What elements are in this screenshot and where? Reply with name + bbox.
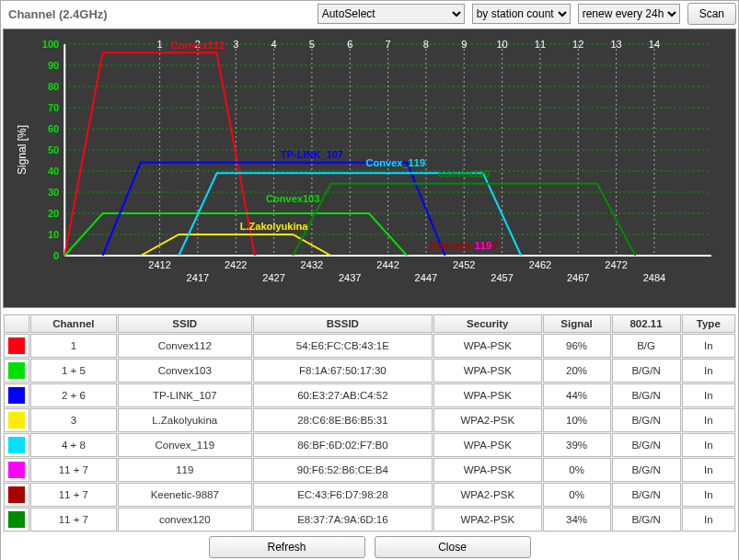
network-table: Channel SSID BSSID Security Signal 802.1…: [3, 314, 736, 532]
row-color: [4, 458, 29, 482]
cell-type: In: [682, 408, 735, 432]
channel-select[interactable]: AutoSelect: [318, 4, 465, 24]
svg-text:119: 119: [475, 240, 491, 251]
cell-std: B/G/N: [612, 359, 681, 383]
th-type: Type: [682, 314, 735, 333]
th-signal: Signal: [543, 314, 611, 333]
wifi-channel-dialog: Channel (2.4GHz) AutoSelect by station c…: [0, 0, 739, 560]
svg-text:2412: 2412: [148, 259, 171, 270]
svg-text:2472: 2472: [605, 259, 628, 270]
spectrum-chart-panel: 0102030405060708090100123456789101112131…: [3, 29, 736, 308]
cell-type: In: [682, 359, 735, 383]
svg-text:L.Zakolyukina: L.Zakolyukina: [240, 221, 308, 232]
panel-title: Channel (2.4GHz): [3, 6, 310, 23]
svg-text:12: 12: [572, 39, 583, 50]
svg-text:2457: 2457: [491, 272, 514, 283]
cell-bssid: 60:E3:27:AB:C4:52: [253, 383, 433, 407]
cell-security: WPA-PSK: [433, 383, 542, 407]
table-row[interactable]: 1 + 5Convex103F8:1A:67:50:17:30WPA-PSK20…: [4, 359, 735, 383]
cell-security: WPA-PSK: [433, 458, 542, 482]
svg-text:5: 5: [309, 39, 315, 50]
cell-channel: 2 + 6: [30, 383, 117, 407]
top-bar: Channel (2.4GHz) AutoSelect by station c…: [3, 3, 736, 25]
th-ssid: SSID: [118, 314, 252, 333]
svg-text:6: 6: [347, 39, 352, 50]
svg-text:40: 40: [48, 166, 59, 177]
svg-text:2432: 2432: [301, 259, 324, 270]
svg-text:30: 30: [48, 187, 59, 198]
th-bssid: BSSID: [253, 314, 433, 333]
svg-text:2437: 2437: [339, 272, 362, 283]
svg-text:60: 60: [48, 123, 59, 134]
network-table-wrap: Channel SSID BSSID Security Signal 802.1…: [3, 314, 736, 532]
svg-text:2417: 2417: [187, 272, 210, 283]
table-row[interactable]: 2 + 6TP-LINK_10760:E3:27:AB:C4:52WPA-PSK…: [4, 383, 735, 407]
scan-button[interactable]: Scan: [687, 3, 736, 25]
svg-text:Convex103: Convex103: [266, 194, 319, 205]
cell-signal: 0%: [543, 458, 611, 482]
table-row[interactable]: 3L.Zakolyukina28:C6:8E:B6:B5:31WPA2-PSK1…: [4, 408, 735, 432]
cell-signal: 0%: [543, 483, 611, 507]
svg-text:2484: 2484: [643, 272, 666, 283]
cell-std: B/G: [612, 334, 681, 358]
table-row[interactable]: 11 + 711990:F6:52:B6:CE:B4WPA-PSK0%B/G/N…: [4, 458, 735, 482]
cell-type: In: [682, 383, 735, 407]
svg-text:7: 7: [386, 39, 391, 50]
th-channel: Channel: [30, 314, 117, 333]
cell-type: In: [682, 508, 735, 531]
row-color: [4, 508, 29, 531]
cell-ssid: convex120: [118, 508, 252, 531]
svg-text:2447: 2447: [415, 272, 438, 283]
cell-bssid: 28:C6:8E:B6:B5:31: [253, 408, 433, 432]
cell-ssid: L.Zakolyukina: [118, 408, 252, 432]
cell-ssid: 119: [118, 458, 252, 482]
cell-signal: 96%: [543, 334, 611, 358]
cell-signal: 10%: [543, 408, 611, 432]
cell-ssid: Convex112: [118, 334, 252, 358]
cell-ssid: Convex_119: [118, 433, 252, 457]
cell-ssid: Keenetic-9887: [118, 483, 252, 507]
svg-text:9: 9: [461, 39, 467, 50]
table-row[interactable]: 11 + 7Keenetic-9887EC:43:F6:D7:98:28WPA2…: [4, 483, 735, 507]
svg-text:2427: 2427: [262, 272, 285, 283]
cell-type: In: [682, 483, 735, 507]
svg-text:TP-LINK_107: TP-LINK_107: [281, 149, 343, 160]
footer-buttons: Refresh Close: [3, 536, 736, 558]
svg-text:14: 14: [649, 39, 660, 50]
cell-std: B/G/N: [612, 408, 681, 432]
cell-type: In: [682, 458, 735, 482]
cell-signal: 20%: [543, 359, 611, 383]
sort-select[interactable]: by station count: [472, 4, 571, 24]
cell-std: B/G/N: [612, 458, 681, 482]
close-button[interactable]: Close: [375, 536, 531, 558]
cell-channel: 4 + 8: [30, 433, 117, 457]
svg-text:2442: 2442: [376, 259, 399, 270]
svg-text:Signal [%]: Signal [%]: [16, 125, 29, 175]
table-row[interactable]: 1Convex11254:E6:FC:CB:43:1EWPA-PSK96%B/G…: [4, 334, 735, 358]
cell-channel: 1 + 5: [30, 359, 117, 383]
svg-text:2467: 2467: [567, 272, 590, 283]
svg-text:10: 10: [48, 229, 59, 240]
renew-select[interactable]: renew every 24h: [578, 4, 680, 24]
svg-text:3: 3: [233, 39, 238, 50]
cell-std: B/G/N: [612, 383, 681, 407]
refresh-button[interactable]: Refresh: [209, 536, 365, 558]
svg-text:1: 1: [156, 39, 162, 50]
row-color: [4, 408, 29, 432]
row-color: [4, 433, 29, 457]
cell-security: WPA-PSK: [433, 433, 542, 457]
svg-text:10: 10: [496, 39, 507, 50]
svg-text:80: 80: [48, 81, 59, 92]
cell-bssid: EC:43:F6:D7:98:28: [253, 483, 433, 507]
table-row[interactable]: 4 + 8Convex_11986:BF:6D:02:F7:B0WPA-PSK3…: [4, 433, 735, 457]
svg-text:Convex112: Convex112: [171, 40, 225, 51]
row-color: [4, 334, 29, 358]
table-row[interactable]: 11 + 7convex120E8:37:7A:9A:6D:16WPA2-PSK…: [4, 508, 735, 531]
cell-security: WPA2-PSK: [433, 408, 542, 432]
cell-signal: 39%: [543, 433, 611, 457]
svg-text:Convex_119: Convex_119: [366, 157, 425, 168]
cell-signal: 34%: [543, 508, 611, 531]
cell-security: WPA-PSK: [433, 359, 542, 383]
cell-channel: 3: [30, 408, 117, 432]
svg-text:90: 90: [48, 60, 59, 71]
